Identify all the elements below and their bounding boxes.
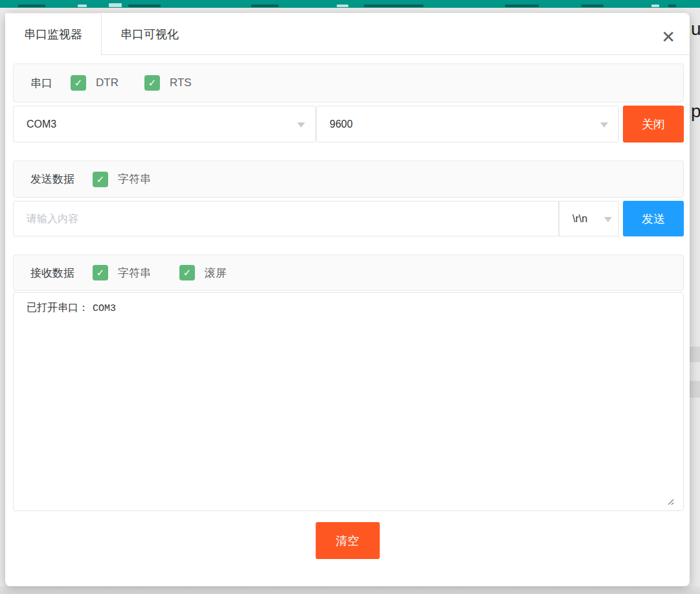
port-select[interactable]: COM3 [13, 106, 316, 143]
send-input[interactable] [13, 201, 559, 236]
baud-select-value: 9600 [330, 119, 353, 130]
serial-section-label: 串口 [30, 76, 52, 91]
topbar-fragment [18, 5, 45, 7]
line-ending-value: \r\n [572, 213, 587, 225]
send-string-label: 字符串 [118, 172, 151, 187]
receive-output-port: COM3 [93, 303, 116, 314]
send-section-header: 发送数据 ✓ 字符串 [13, 161, 684, 198]
scroll-checkbox-group: ✓ 滚屏 [179, 265, 227, 280]
scroll-label: 滚屏 [205, 266, 227, 280]
dtr-checkbox-group: ✓ DTR [71, 75, 119, 91]
tab-serial-monitor[interactable]: 串口监视器 [5, 13, 102, 55]
clipped-page-text: p [691, 102, 700, 120]
rts-checkbox-group: ✓ RTS [144, 75, 192, 91]
topbar-fragment [581, 5, 604, 7]
clear-button[interactable]: 清空 [315, 522, 379, 559]
serial-section-header: 串口 ✓ DTR ✓ RTS [13, 63, 684, 102]
baud-select[interactable]: 9600 [316, 106, 619, 143]
check-icon: ✓ [148, 77, 157, 89]
topbar-fragment [109, 3, 122, 7]
topbar-fragment [251, 5, 278, 7]
screen: u p 串口监视器 串口可视化 ✕ 串口 ✓ DTR ✓ RTS [0, 0, 700, 594]
scroll-checkbox[interactable]: ✓ [179, 265, 195, 280]
serial-monitor-dialog: 串口监视器 串口可视化 ✕ 串口 ✓ DTR ✓ RTS COM3 [5, 13, 690, 586]
clipped-page-text: u [691, 20, 700, 38]
topbar-fragment [651, 5, 659, 7]
receive-string-checkbox-group: ✓ 字符串 [93, 265, 151, 280]
page-bottom-strip [0, 586, 700, 594]
receive-output[interactable]: 已打开串口：COM3 [13, 292, 684, 511]
close-icon[interactable]: ✕ [661, 29, 675, 45]
line-ending-select[interactable]: \r\n [559, 201, 619, 236]
tab-serial-visualization[interactable]: 串口可视化 [102, 13, 198, 55]
chevron-down-icon [600, 122, 608, 128]
topbar-fragment [128, 5, 161, 7]
rts-checkbox[interactable]: ✓ [144, 75, 160, 91]
receive-string-label: 字符串 [118, 266, 151, 280]
topbar-fragment [505, 5, 539, 7]
page-band [690, 381, 700, 398]
page-band [690, 347, 700, 362]
dtr-label: DTR [96, 76, 119, 89]
topbar-fragment [364, 5, 423, 7]
page-behind-dialog: u p [690, 8, 700, 586]
resize-handle-icon[interactable] [666, 497, 674, 505]
chevron-down-icon [297, 122, 305, 128]
send-button[interactable]: 发送 [623, 201, 684, 236]
dtr-checkbox[interactable]: ✓ [71, 75, 86, 91]
check-icon: ✓ [96, 267, 105, 279]
send-string-checkbox-group: ✓ 字符串 [93, 172, 151, 187]
send-section-label: 发送数据 [30, 172, 74, 187]
receive-section-header: 接收数据 ✓ 字符串 ✓ 滚屏 [13, 255, 684, 291]
check-icon: ✓ [74, 77, 83, 89]
receive-section-label: 接收数据 [30, 266, 74, 280]
dialog-tabbar: 串口监视器 串口可视化 [5, 13, 690, 55]
send-string-checkbox[interactable]: ✓ [93, 172, 108, 187]
topbar-fragment [78, 5, 87, 7]
check-icon: ✓ [96, 174, 105, 185]
chevron-down-icon [604, 217, 612, 222]
rts-label: RTS [170, 76, 192, 89]
port-select-value: COM3 [27, 119, 56, 130]
topbar-fragment [337, 5, 348, 7]
receive-output-prefix: 已打开串口： [27, 302, 89, 313]
close-port-button[interactable]: 关闭 [623, 106, 684, 143]
topbar-fragment [668, 5, 676, 7]
app-topbar [0, 0, 700, 8]
receive-string-checkbox[interactable]: ✓ [93, 265, 108, 280]
check-icon: ✓ [183, 267, 192, 279]
